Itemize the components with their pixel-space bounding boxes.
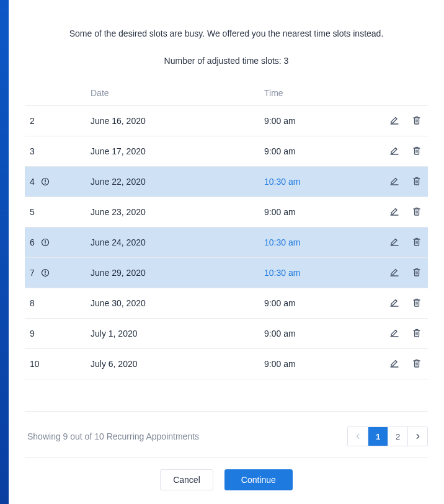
row-number: 9 (30, 329, 35, 338)
delete-icon[interactable] (411, 358, 422, 369)
row-date: July 1, 2020 (87, 319, 260, 349)
row-time: 10:30 am (260, 167, 383, 197)
dialog-footer: Showing 9 out of 10 Recurring Appointmen… (25, 411, 428, 504)
edit-icon[interactable] (389, 297, 400, 308)
adjusted-warning-icon (41, 238, 50, 247)
row-time: 9:00 am (260, 288, 383, 319)
row-time: 9:00 am (260, 319, 383, 349)
actions-row: Cancel Continue (25, 458, 428, 504)
row-number: 6 (30, 237, 35, 247)
row-time: 10:30 am (260, 228, 383, 258)
row-date: June 24, 2020 (87, 228, 260, 258)
row-date: June 22, 2020 (87, 167, 260, 197)
delete-icon[interactable] (411, 175, 422, 187)
row-number: 4 (30, 177, 35, 187)
edit-icon[interactable] (389, 115, 400, 126)
row-number: 8 (30, 298, 35, 308)
table-row: 2June 16, 20209:00 am (25, 106, 428, 136)
edit-icon[interactable] (389, 358, 400, 369)
delete-icon[interactable] (411, 115, 422, 126)
header-delete (406, 82, 428, 106)
table-row: 7June 29, 202010:30 am (25, 258, 428, 288)
edit-icon[interactable] (389, 175, 400, 187)
row-number: 2 (30, 116, 35, 126)
pager-info: Showing 9 out of 10 Recurring Appointmen… (25, 431, 199, 441)
adjusted-count: Number of adjusted time slots: 3 (25, 56, 428, 66)
header-date: Date (87, 82, 260, 106)
row-date: June 30, 2020 (87, 288, 260, 319)
delete-icon[interactable] (411, 236, 422, 247)
row-number: 10 (30, 359, 40, 369)
intro-message: Some of the desired slots are busy. We o… (25, 29, 428, 38)
delete-icon[interactable] (411, 297, 422, 308)
table-row: 8June 30, 20209:00 am (25, 288, 428, 319)
edit-icon[interactable] (389, 206, 400, 217)
table-row: 3June 17, 20209:00 am (25, 136, 428, 167)
cancel-button[interactable]: Cancel (160, 469, 213, 490)
edit-icon[interactable] (389, 267, 400, 278)
delete-icon[interactable] (411, 206, 422, 217)
dialog-panel: Some of the desired slots are busy. We o… (9, 0, 444, 504)
dialog-content: Some of the desired slots are busy. We o… (9, 0, 444, 411)
table-row: 5June 23, 20209:00 am (25, 197, 428, 228)
pager-prev[interactable] (348, 427, 368, 446)
table-row: 4June 22, 202010:30 am (25, 167, 428, 197)
header-num (25, 82, 87, 106)
header-edit (383, 82, 406, 106)
table-row: 9July 1, 20209:00 am (25, 319, 428, 349)
row-time: 9:00 am (260, 136, 383, 167)
edit-icon[interactable] (389, 327, 400, 338)
row-time: 9:00 am (260, 349, 383, 379)
table-row: 6June 24, 202010:30 am (25, 228, 428, 258)
header-time: Time (260, 82, 383, 106)
pager: 12 (347, 427, 428, 446)
row-date: June 17, 2020 (87, 136, 260, 167)
row-time: 9:00 am (260, 197, 383, 228)
row-date: June 29, 2020 (87, 258, 260, 288)
delete-icon[interactable] (411, 327, 422, 338)
row-number: 5 (30, 207, 35, 217)
row-number: 3 (30, 146, 35, 156)
pager-page[interactable]: 2 (388, 427, 407, 446)
edit-icon[interactable] (389, 236, 400, 247)
row-date: June 16, 2020 (87, 106, 260, 136)
row-number: 7 (30, 268, 35, 278)
pager-row: Showing 9 out of 10 Recurring Appointmen… (25, 412, 428, 458)
adjusted-warning-icon (41, 177, 50, 186)
pager-page[interactable]: 1 (368, 427, 388, 446)
row-time: 9:00 am (260, 106, 383, 136)
delete-icon[interactable] (411, 267, 422, 278)
slots-table: Date Time 2June 16, 20209:00 am3June 17,… (25, 82, 428, 379)
row-date: July 6, 2020 (87, 349, 260, 379)
delete-icon[interactable] (411, 145, 422, 156)
side-accent-strip (0, 0, 9, 504)
edit-icon[interactable] (389, 145, 400, 156)
row-date: June 23, 2020 (87, 197, 260, 228)
row-time: 10:30 am (260, 258, 383, 288)
table-row: 10July 6, 20209:00 am (25, 349, 428, 379)
pager-next[interactable] (407, 427, 427, 446)
adjusted-warning-icon (41, 268, 50, 277)
continue-button[interactable]: Continue (224, 469, 293, 490)
